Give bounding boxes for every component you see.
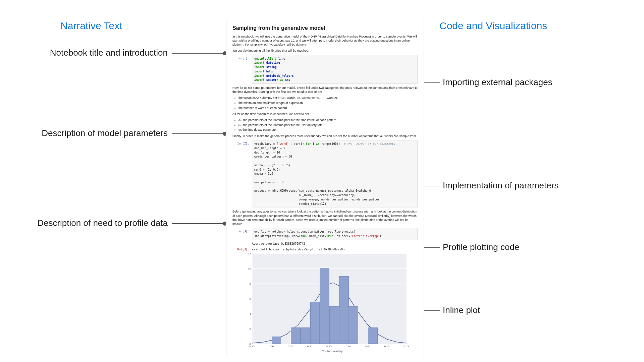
chart-bar — [272, 337, 281, 344]
y-tick: 2 — [245, 327, 251, 330]
annot-profile-data: Description of need to profile data — [20, 218, 168, 228]
x-tick: 0.35 — [326, 345, 332, 348]
code-token: string — [266, 65, 277, 69]
out3-text: <matplotlib.axes._subplots.AxesSubplot a… — [252, 246, 418, 252]
code-token: num_patterns = 10 — [254, 181, 283, 184]
chart-bar — [329, 306, 339, 344]
x-tick: 0.25 — [288, 345, 293, 348]
code-token: , norm_hist= — [306, 234, 326, 238]
code-token: , axlabel= — [333, 234, 350, 238]
list-item: the number of words of each pattern — [238, 106, 418, 110]
code-token: i — [311, 142, 316, 145]
params-paragraph: Now, let us set some parameters for our … — [232, 86, 418, 94]
x-tick: 0.55 — [404, 345, 409, 348]
y-tick: 8 — [245, 282, 251, 285]
chart-bar — [301, 327, 310, 344]
code-token: datetime — [266, 61, 280, 64]
params-list: the vocabulary: a dummy set of 100 words… — [238, 96, 418, 110]
cell-in-3: In [3]: overlap = notebook_helpers.compu… — [232, 228, 418, 240]
code-token: ) — [380, 234, 381, 238]
chart-bar — [291, 327, 301, 344]
annot-model-params: Description of model parameters — [20, 128, 168, 138]
left-column-header: Narrative Text — [60, 20, 122, 32]
code-token: doc_min_length = 5 — [254, 146, 285, 150]
code-token: words_per_pattern = 50 — [254, 155, 292, 158]
notebook-title: Sampling from the generative model — [232, 25, 418, 31]
annot-importing: Importing external packages — [443, 77, 552, 87]
chart-area: 024681012 — [252, 253, 407, 344]
y-tick: 6 — [245, 297, 251, 300]
stdout-overlap: Average overlap: 0.338826769742 — [252, 242, 418, 245]
code-token: notebook_helpers — [266, 74, 294, 77]
connector-a1 — [172, 53, 225, 54]
annot-title-intro: Notebook title and introduction — [34, 48, 168, 58]
code-token: # the 'words' of our documents — [343, 142, 395, 145]
time-paragraph: As far as the time dynamics is concerned… — [232, 112, 418, 116]
diagram-stage: Narrative Text Code and Visualizations N… — [0, 0, 644, 362]
code-token: omega = 3.5 — [254, 172, 273, 175]
code-token: for — [306, 142, 311, 145]
cell-in-2: In [2]: vocabulary = ['word' + str(i) fo… — [232, 140, 418, 207]
code-token: seaborn — [266, 78, 278, 81]
code-token: sns — [285, 78, 290, 81]
annot-profile-code: Profile plotting code — [443, 242, 519, 252]
prompt-in-3: In [3]: — [232, 228, 252, 240]
chart-bar — [310, 302, 320, 344]
x-tick: 0.15 — [249, 345, 255, 348]
code-token: omega=omega, words_per_pattern=words_per… — [254, 198, 383, 201]
code-token: import — [254, 61, 266, 64]
code-token: import — [254, 65, 266, 69]
code-token: alpha_0 = (2.5, 0.75) — [254, 164, 290, 167]
code-token: mu_0=mu_0, vocabulary=vocabulary, — [254, 193, 356, 197]
notebook-panel: Sampling from the generative model In th… — [226, 19, 424, 357]
code-token: import — [254, 78, 266, 81]
code-token: doc_length = 10 — [254, 151, 280, 154]
right-column-header: Code and Visualizations — [439, 20, 547, 32]
code-token: inline — [273, 57, 285, 60]
code-token: import — [254, 70, 266, 73]
time-list: α₀: the parameters of the Gamma prior fo… — [238, 118, 418, 132]
code-token: True — [326, 234, 333, 238]
cell-out-3: Out[3]: <matplotlib.axes._subplots.AxesS… — [232, 246, 418, 252]
list-item: μ₀: the parameters of the Gamma prior fo… — [238, 123, 418, 127]
code-token: in — [316, 142, 319, 145]
chart-bar — [349, 306, 359, 344]
list-item: the vocabulary: a dummy set of 100 words… — [238, 96, 418, 100]
notebook-intro-1: In this notebook, we will use the genera… — [232, 35, 418, 47]
code-token: hdhp — [266, 70, 273, 73]
code-token: as — [278, 78, 285, 81]
connector-a3 — [172, 223, 225, 224]
inline-plot: 024681012 0.150.200.250.300.350.400.450.… — [252, 253, 413, 353]
x-ticks: 0.150.200.250.300.350.400.450.500.55 — [252, 344, 406, 349]
y-tick: 4 — [245, 312, 251, 315]
list-item: ω: the time decay parameter — [238, 128, 418, 132]
code-token: overlap = notebook_helpers.compute_patte… — [254, 230, 356, 233]
code-token: 'Content overlap' — [351, 234, 380, 238]
y-tick: 10 — [245, 267, 251, 270]
x-tick: 0.50 — [384, 345, 390, 348]
connector-a2 — [172, 133, 225, 134]
annot-impl-params: Implementation of parameters — [443, 180, 558, 191]
list-item: the minimum and maximum length of a ques… — [238, 101, 418, 105]
notebook-intro-2: We start by importing all the libraries … — [232, 49, 418, 53]
code-token: range(100)] — [320, 142, 344, 145]
code-token: random_state=12) — [254, 202, 326, 205]
annot-inline-plot: Inline plot — [443, 305, 480, 315]
code-block-1: %matplotlib inline import datetime impor… — [252, 55, 418, 84]
profile-paragraph: Before generating any questions, we can … — [232, 209, 418, 226]
list-item: α₀: the parameters of the Gamma prior fo… — [238, 118, 418, 122]
prompt-in-2: In [2]: — [232, 140, 252, 207]
y-tick: 12 — [245, 252, 251, 255]
code-block-3: overlap = notebook_helpers.compute_patte… — [252, 228, 418, 240]
finally-paragraph: Finally, in order to make the generative… — [232, 134, 418, 138]
code-token: vocabulary = [ — [254, 142, 278, 145]
code-token: import — [254, 74, 266, 77]
chart-bar — [339, 276, 349, 344]
code-token: True — [299, 234, 306, 238]
prompt-out-3: Out[3]: — [232, 246, 252, 252]
x-axis-label: Content overlap — [252, 350, 413, 353]
chart-bar — [320, 268, 329, 344]
chart-bar — [368, 327, 378, 344]
cell-in-1: In [1]: %matplotlib inline import dateti… — [232, 55, 418, 84]
code-token: process = hdhp.HDHProcess(num_patterns=n… — [254, 189, 373, 192]
